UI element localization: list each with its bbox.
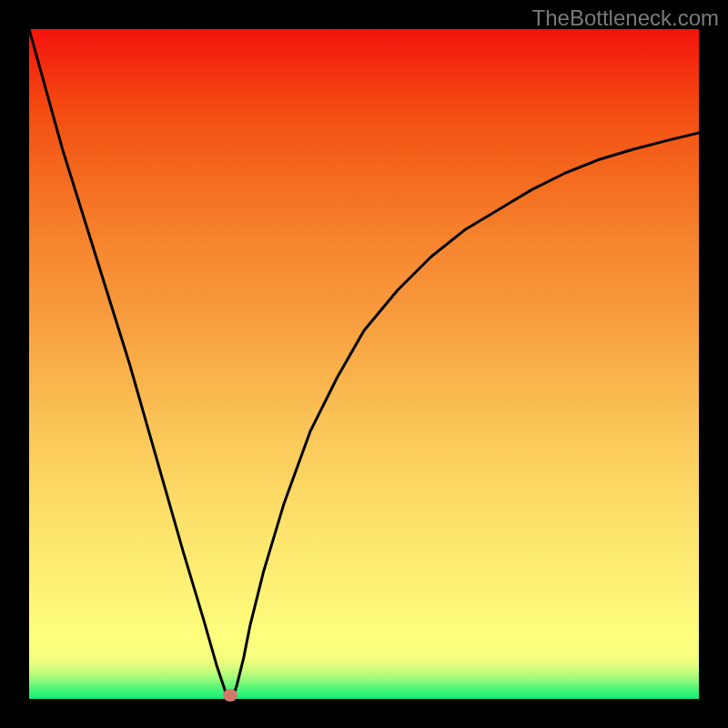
bottleneck-curve <box>29 29 699 699</box>
plot-area <box>29 29 699 699</box>
optimum-marker <box>223 689 238 702</box>
chart-frame: TheBottleneck.com <box>0 0 728 728</box>
watermark-text: TheBottleneck.com <box>532 5 719 31</box>
